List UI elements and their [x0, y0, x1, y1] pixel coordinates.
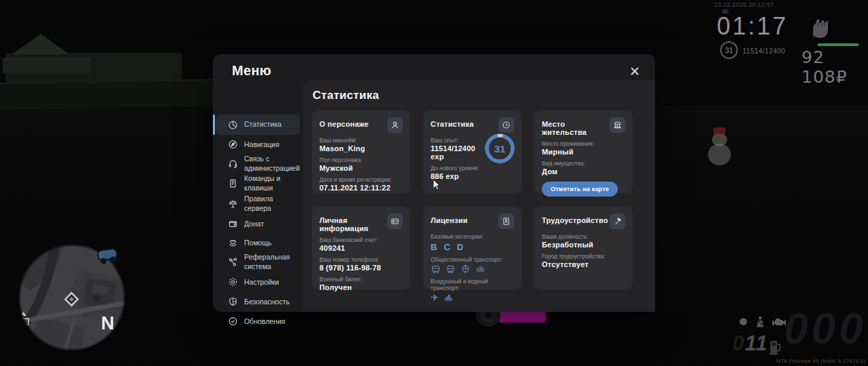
compass-icon: [228, 140, 238, 150]
level-progress-ring: 31: [484, 133, 515, 164]
field-label: Ваша должность:: [542, 233, 625, 240]
sidebar-item-statistics[interactable]: Статистика: [216, 115, 300, 135]
sidebar-item-updates[interactable]: Обновления: [216, 313, 300, 330]
sidebar-item-settings[interactable]: Настройки: [216, 274, 300, 291]
pie-chart-icon: [228, 120, 238, 130]
helmet-icon: [738, 317, 749, 330]
card-title: Трудоустройство: [542, 214, 608, 224]
fuel-leading-zero: 0: [732, 331, 745, 355]
snowman-body: [708, 144, 731, 165]
field-label: Ваш номер телефона:: [319, 256, 403, 263]
sidebar-item-label: Навигация: [244, 140, 279, 149]
job-city-value: Отсутствует: [542, 260, 625, 268]
referral-icon: [228, 258, 238, 268]
license-categories: B C D: [431, 242, 514, 252]
sidebar-item-navigation[interactable]: Навигация: [216, 136, 300, 153]
bank-icon: [610, 117, 625, 133]
phone-number-value: 8 (978) 116-98-78: [319, 264, 403, 272]
sidebar-item-label: Команды и клавиши: [244, 174, 297, 193]
wallet-icon: [228, 219, 238, 229]
bank-account-value: 409241: [319, 244, 403, 252]
clock-icon: [498, 117, 514, 133]
card-title: Место жительства: [542, 117, 610, 136]
snowman-hat: [713, 127, 726, 134]
snowman-head: [712, 133, 727, 146]
sidebar-item-donate[interactable]: Донат: [216, 216, 300, 232]
card-title: Личная информация: [319, 214, 387, 232]
scales-icon: [228, 199, 238, 209]
active-item-indicator: [213, 115, 215, 135]
person-icon: [387, 117, 403, 133]
card-character: О персонаже Ваш никнейм: Mason_King Пол …: [312, 110, 410, 193]
card-title: Лицензии: [431, 214, 468, 224]
card-employment: Трудоустройство Ваша должность: Безработ…: [534, 207, 633, 289]
air-water-licenses: ✈: [431, 293, 514, 302]
taxi-cap-icon: [475, 264, 486, 274]
card-title: Статистика: [431, 117, 474, 128]
category-c: C: [443, 242, 450, 252]
menu-sidebar: Статистика Навигация Связь с администрац…: [213, 80, 303, 312]
level-badge: 31: [720, 41, 738, 59]
category-d: D: [457, 242, 463, 252]
residence-city-value: Мирный: [542, 148, 625, 156]
mark-on-map-button[interactable]: Отметить на карте: [542, 182, 618, 197]
hud-money: 92 108₽: [802, 47, 868, 87]
game-screen: 23.12.2025 20:12:57 ✉ 01:17 31 11514/124…: [0, 0, 868, 366]
sidebar-item-server-rules[interactable]: Правила сервера: [216, 191, 300, 217]
field-label: Базовые категории:: [431, 233, 514, 240]
field-label: Ваш банковский счет:: [319, 237, 403, 243]
fuel-counter: 011: [732, 331, 768, 356]
close-icon[interactable]: ✕: [627, 62, 643, 81]
job-title-value: Безработный: [542, 241, 625, 249]
gear-icon: [228, 277, 238, 287]
field-label: Воздушный и водный транспорт:: [431, 278, 514, 291]
fuel-value: 11: [745, 331, 768, 355]
field-label: Дата и время регистрации:: [319, 176, 403, 183]
field-label: До нового уровня:: [431, 165, 486, 171]
north-marker: N: [101, 313, 115, 333]
hud-clock: 01:17: [717, 12, 788, 41]
fist-icon: [808, 16, 829, 43]
sidebar-item-referral[interactable]: Реферальная система: [216, 249, 300, 275]
stats-cards-grid: О персонаже Ваш никнейм: Mason_King Пол …: [312, 110, 655, 289]
headset-icon: [228, 159, 238, 169]
public-transport-licenses: [431, 264, 514, 274]
property-type-value: Дом: [542, 167, 625, 176]
heart-icon: [228, 238, 238, 248]
shield-icon: [228, 297, 238, 307]
field-label: Общественный транспорт:: [431, 256, 514, 263]
menu-content: Статистика О персонаже Ваш никнейм: Maso…: [303, 80, 655, 312]
id-card-icon: [387, 214, 403, 229]
card-licenses: Лицензии Базовые категории: B C D Общест…: [423, 207, 521, 289]
pyramid-roof: [12, 34, 69, 54]
ring-level-number: 31: [484, 133, 515, 164]
field-label: Ваш опыт:: [431, 137, 486, 144]
category-b: B: [431, 242, 437, 252]
sidebar-item-label: Донат: [244, 219, 264, 228]
registration-value: 07.11.2021 12:11:22: [319, 184, 403, 192]
license-doc-icon: [498, 214, 514, 229]
nickname-value: Mason_King: [319, 144, 403, 152]
menu-title: Меню: [232, 63, 271, 79]
speedometer: 000: [784, 304, 867, 354]
minimap: N: [17, 243, 127, 355]
field-label: Город трудоустройства:: [542, 253, 625, 260]
check-circle-icon: [228, 317, 238, 327]
field-label: Место проживания:: [542, 140, 625, 147]
military-id-value: Получен: [319, 283, 403, 291]
sidebar-item-label: Безопасность: [244, 297, 290, 306]
sidebar-item-security[interactable]: Безопасность: [216, 293, 300, 310]
field-label: Ваш никнейм:: [319, 137, 403, 144]
fuel-pump-icon: [769, 339, 783, 358]
sidebar-item-label: Статистика: [244, 120, 281, 129]
field-label: Военный билет:: [319, 276, 403, 283]
hud-exp-fraction: 11514/12400: [743, 47, 785, 55]
sidebar-item-label: Настройки: [244, 277, 279, 287]
sidebar-item-label: Правила сервера: [244, 195, 297, 214]
sidebar-item-help[interactable]: Помощь: [216, 235, 300, 251]
seatbelt-icon: [755, 316, 766, 331]
field-label: Пол персонажа:: [319, 157, 403, 163]
rooftop-structure: [3, 58, 91, 73]
exp-value: 11514/12400 exp: [431, 144, 486, 161]
vehicle-status-icons: [738, 316, 787, 331]
